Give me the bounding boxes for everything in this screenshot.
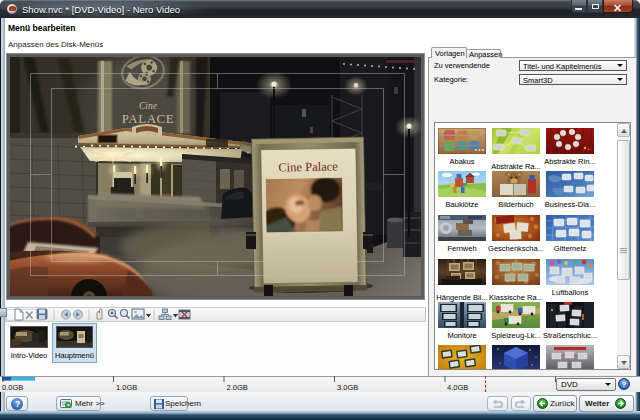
- svg-text:Cine: Cine: [139, 101, 157, 111]
- svg-text:Cine Palace: Cine Palace: [278, 160, 338, 175]
- svg-text:PALACE: PALACE: [122, 111, 174, 126]
